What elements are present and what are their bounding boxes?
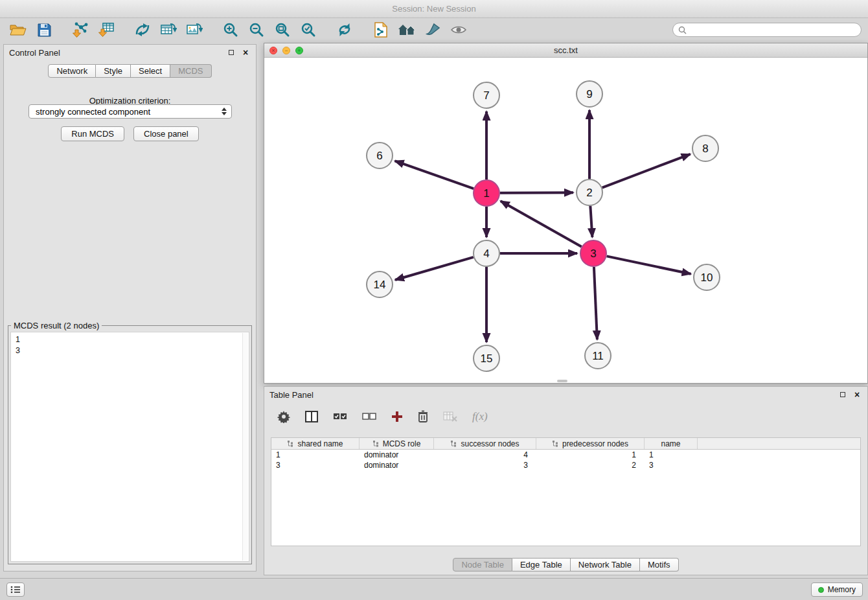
graph-node-4[interactable]: 4 [474, 240, 499, 266]
columns-icon [305, 411, 318, 422]
toolbar-separator [58, 20, 66, 40]
export-image-icon [186, 23, 203, 37]
export-table-button[interactable] [157, 20, 180, 40]
refresh-button[interactable] [333, 20, 356, 40]
graph-node-label: 11 [592, 350, 604, 362]
column-header-predecessor-nodes[interactable]: predecessor nodes [536, 438, 645, 449]
zoom-out-button[interactable] [245, 20, 268, 40]
graph-node-label: 2 [586, 187, 592, 199]
graph-node-6[interactable]: 6 [367, 143, 393, 168]
tab-motifs[interactable]: Motifs [640, 558, 679, 571]
network-view-button[interactable] [131, 20, 154, 40]
graph-node-label: 15 [481, 352, 493, 365]
table-panel-float-button[interactable] [838, 389, 848, 400]
graph-node-2[interactable]: 2 [577, 179, 602, 205]
tab-select[interactable]: Select [131, 64, 170, 78]
table-cell: 4 [434, 450, 536, 460]
add-row-button[interactable] [391, 411, 403, 422]
task-history-button[interactable] [6, 583, 25, 597]
plus-icon [391, 411, 403, 422]
graph-edge-3-11[interactable] [594, 267, 597, 340]
network-window-title-bar: × − + scc.txt [264, 43, 867, 58]
show-columns-button[interactable] [305, 411, 318, 422]
import-table-button[interactable] [95, 20, 118, 40]
close-panel-button[interactable]: Close panel [133, 126, 199, 141]
attribute-icon [287, 440, 294, 447]
select-all-button[interactable] [333, 413, 347, 421]
home-neighbors-button[interactable] [395, 20, 418, 40]
graph-node-10[interactable]: 10 [694, 264, 720, 290]
network-canvas[interactable]: 7968124314101511 [264, 58, 867, 383]
graph-node-7[interactable]: 7 [474, 82, 499, 108]
result-scrollbar[interactable] [242, 333, 248, 560]
status-bar: Memory [0, 578, 868, 600]
search-box[interactable] [672, 23, 862, 37]
tab-edge-table[interactable]: Edge Table [512, 558, 571, 571]
column-header-shared-name[interactable]: shared name [271, 438, 360, 449]
run-mcds-button[interactable]: Run MCDS [61, 126, 124, 141]
table-cell: dominator [360, 460, 434, 470]
style-brush-button[interactable] [421, 20, 444, 40]
open-file-button[interactable] [6, 20, 30, 40]
function-builder-button[interactable]: f(x) [472, 410, 488, 423]
mcds-result-title: MCDS result (2 nodes) [11, 321, 102, 330]
table-panel-close-button[interactable]: × [852, 389, 862, 400]
session-doc-button[interactable] [369, 20, 393, 40]
graph-node-label: 6 [376, 150, 382, 162]
graph-edge-1-6[interactable] [395, 161, 474, 189]
save-session-button[interactable] [32, 20, 56, 40]
table-header-row: shared name MCDS role successor nodes pr… [271, 438, 860, 450]
tab-network-table[interactable]: Network Table [571, 558, 640, 571]
minimize-window-button[interactable]: − [282, 47, 290, 54]
zoom-in-icon [223, 22, 238, 38]
horizontal-scrollbar-thumb[interactable] [557, 380, 567, 382]
graph-node-1[interactable]: 1 [474, 180, 499, 206]
maximize-window-button[interactable]: + [295, 47, 303, 54]
graph-edge-2-3[interactable] [590, 206, 592, 237]
tab-mcds[interactable]: MCDS [170, 64, 211, 78]
window-title: Session: New Session [392, 4, 475, 14]
close-window-button[interactable]: × [269, 47, 277, 54]
graph-node-15[interactable]: 15 [474, 345, 499, 371]
criterion-dropdown[interactable]: strongly connected component [29, 104, 232, 119]
tab-network[interactable]: Network [48, 64, 96, 78]
graph-node-8[interactable]: 8 [692, 135, 718, 161]
column-header-mcds-role[interactable]: MCDS role [360, 438, 434, 449]
column-header-name[interactable]: name [645, 438, 698, 449]
column-header-successor-nodes[interactable]: successor nodes [434, 438, 536, 449]
delete-row-button[interactable] [418, 410, 428, 423]
import-network-button[interactable] [69, 20, 92, 40]
delete-table-button[interactable] [443, 411, 457, 422]
zoom-selected-button[interactable] [297, 20, 320, 40]
window-title-bar: Session: New Session [0, 0, 868, 18]
graph-node-11[interactable]: 11 [585, 343, 611, 369]
graph-node-9[interactable]: 9 [577, 81, 602, 107]
graph-edge-3-1[interactable] [501, 201, 582, 246]
deselect-all-button[interactable] [362, 413, 376, 421]
open-folder-icon [10, 23, 27, 36]
graph-edge-2-8[interactable] [602, 154, 691, 188]
export-image-button[interactable] [183, 20, 206, 40]
dropdown-arrows-icon [222, 108, 227, 115]
attribute-icon [372, 440, 380, 447]
table-settings-button[interactable] [277, 410, 290, 423]
control-panel-close-button[interactable]: × [240, 47, 251, 58]
graph-node-14[interactable]: 14 [367, 271, 393, 297]
graph-edge-1-2[interactable] [500, 192, 573, 193]
zoom-in-button[interactable] [219, 20, 242, 40]
table-cell: 1 [645, 450, 698, 460]
graph-edge-3-10[interactable] [607, 256, 691, 273]
tab-node-table[interactable]: Node Table [453, 558, 512, 571]
zoom-fit-button[interactable] [271, 20, 294, 40]
eye-button[interactable] [447, 20, 470, 40]
search-input[interactable] [690, 25, 856, 34]
control-panel-float-button[interactable] [226, 47, 236, 58]
graph-node-3[interactable]: 3 [580, 240, 606, 266]
tab-style[interactable]: Style [96, 64, 131, 78]
list-icon [10, 586, 21, 594]
table-row[interactable]: 3dominator323 [271, 460, 860, 470]
graph-edge-4-14[interactable] [395, 257, 474, 280]
table-row[interactable]: 1dominator411 [271, 450, 860, 460]
memory-button[interactable]: Memory [811, 583, 863, 597]
graph-node-label: 4 [483, 248, 489, 260]
